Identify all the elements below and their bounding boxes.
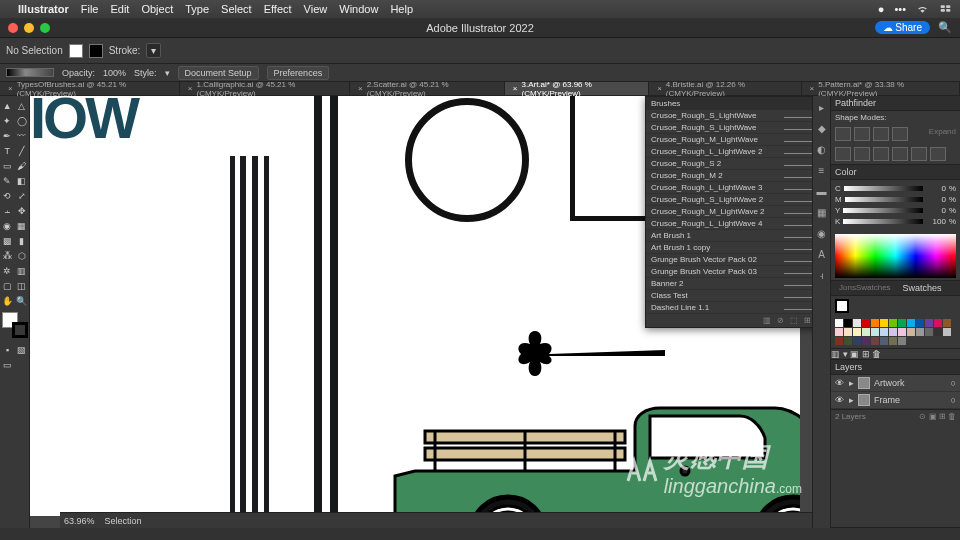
color-slider[interactable] — [843, 208, 923, 213]
document-tab[interactable]: ×2.Scatter.ai @ 45.21 % (CMYK/Preview) — [350, 82, 505, 95]
pathfinder-title[interactable]: Pathfinder — [831, 96, 960, 111]
artboard-tool[interactable]: ▢ — [0, 278, 15, 293]
locate-object-icon[interactable]: ⊙ — [919, 412, 926, 421]
zoom-field[interactable]: 63.96% — [64, 516, 95, 526]
mesh-tool[interactable]: ▩ — [0, 233, 15, 248]
color-panel-icon[interactable]: ◐ — [817, 144, 826, 155]
swatch[interactable] — [835, 337, 843, 345]
new-color-group-icon[interactable]: ▣ — [850, 349, 859, 359]
column-graph-tool[interactable]: ▥ — [15, 263, 30, 278]
trim-mode[interactable] — [854, 147, 870, 161]
target-icon[interactable]: ○ — [951, 378, 956, 388]
menubar-wifi-icon[interactable] — [916, 2, 929, 17]
brush-row[interactable]: Crusoe_Rough_S 2 — [646, 158, 812, 170]
color-slider[interactable] — [845, 197, 923, 202]
opacity-field[interactable]: 100% — [103, 68, 126, 78]
window-zoom-button[interactable] — [40, 23, 50, 33]
lasso-tool[interactable]: ◯ — [15, 113, 30, 128]
minus-back-mode[interactable] — [930, 147, 946, 161]
stroke-weight-field[interactable]: ▾ — [146, 43, 161, 58]
remove-brush-stroke-icon[interactable]: ⊘ — [777, 316, 784, 325]
swatch-menu-icon[interactable]: ▾ — [843, 349, 848, 359]
swatch[interactable] — [898, 319, 906, 327]
delete-layer-icon[interactable]: 🗑 — [948, 412, 956, 421]
hand-tool[interactable]: ✋ — [0, 293, 15, 308]
menu-object[interactable]: Object — [141, 3, 173, 15]
layers-title[interactable]: Layers — [831, 360, 960, 375]
swatch[interactable] — [862, 319, 870, 327]
color-spectrum[interactable] — [835, 234, 956, 278]
gradient-mode-icon[interactable]: ▧ — [15, 342, 30, 357]
menubar-record-icon[interactable]: ● — [878, 3, 885, 15]
menu-effect[interactable]: Effect — [264, 3, 292, 15]
swatch[interactable] — [880, 319, 888, 327]
expand-icon[interactable]: ▸ — [849, 378, 854, 388]
align-panel-icon[interactable]: ⫞ — [819, 270, 824, 281]
document-tab[interactable]: ×5.Pattern.ai* @ 33.38 % (CMYK/Preview) — [802, 82, 960, 95]
menu-file[interactable]: File — [81, 3, 99, 15]
menubar-control-center-icon[interactable] — [939, 2, 952, 17]
close-tab-icon[interactable]: × — [657, 84, 662, 93]
brush-row[interactable]: Crusoe_Rough_M_LightWave 2 — [646, 206, 812, 218]
swatch[interactable] — [871, 328, 879, 336]
exclude-mode[interactable] — [892, 127, 908, 141]
selection-tool[interactable]: ▲ — [0, 98, 15, 113]
channel-value[interactable]: 100 — [926, 217, 946, 226]
brush-row[interactable]: Art Brush 1 copy — [646, 242, 812, 254]
magic-wand-tool[interactable]: ✦ — [0, 113, 15, 128]
zoom-tool[interactable]: 🔍 — [15, 293, 30, 308]
swatch[interactable] — [844, 328, 852, 336]
window-close-button[interactable] — [8, 23, 18, 33]
free-transform-tool[interactable]: ✥ — [15, 203, 30, 218]
brush-row[interactable]: Banner 2 — [646, 278, 812, 290]
swatch[interactable] — [880, 337, 888, 345]
color-slider[interactable] — [844, 186, 923, 191]
swatch-library-icon[interactable]: ▥ — [831, 349, 840, 359]
unite-mode[interactable] — [835, 127, 851, 141]
menu-type[interactable]: Type — [185, 3, 209, 15]
stroke-panel-icon[interactable]: ≡ — [819, 165, 825, 176]
brush-row[interactable]: Crusoe_Rough_S_LightWave — [646, 122, 812, 134]
preferences-button[interactable]: Preferences — [267, 66, 330, 80]
gradient-panel-icon[interactable]: ▬ — [817, 186, 827, 197]
crop-mode[interactable] — [892, 147, 908, 161]
swatch[interactable] — [889, 337, 897, 345]
canvas[interactable]: IOW — [30, 96, 812, 528]
delete-swatch-icon[interactable]: 🗑 — [872, 349, 881, 359]
type-tool[interactable]: T — [0, 143, 15, 158]
menu-select[interactable]: Select — [221, 3, 252, 15]
style-field[interactable]: ▾ — [165, 68, 170, 78]
swatch[interactable] — [835, 328, 843, 336]
menubar-dots-icon[interactable]: ••• — [894, 3, 906, 15]
brush-libraries-icon[interactable]: ▥ — [763, 316, 771, 325]
blend-tool[interactable]: ⬡ — [15, 248, 30, 263]
swatch[interactable] — [943, 328, 951, 336]
close-tab-icon[interactable]: × — [8, 84, 13, 93]
shaper-tool[interactable]: ✎ — [0, 173, 15, 188]
fill-swatch[interactable] — [69, 44, 83, 58]
document-tab[interactable]: ×4.Bristle.ai @ 12.26 % (CMYK/Preview) — [649, 82, 801, 95]
close-tab-icon[interactable]: × — [188, 84, 193, 93]
properties-panel-icon[interactable]: ▸ — [819, 102, 824, 113]
swatch[interactable] — [925, 319, 933, 327]
swatch[interactable] — [853, 319, 861, 327]
menu-view[interactable]: View — [304, 3, 328, 15]
swatch[interactable] — [916, 319, 924, 327]
color-slider[interactable] — [843, 219, 923, 224]
color-title[interactable]: Color — [831, 165, 960, 180]
swatch[interactable] — [889, 328, 897, 336]
brush-row[interactable]: Grunge Brush Vector Pack 03 — [646, 266, 812, 278]
brush-row[interactable]: Crusoe_Rough_L_LightWave 3 — [646, 182, 812, 194]
swatch[interactable] — [835, 319, 843, 327]
brush-options-icon[interactable]: ⬚ — [790, 316, 798, 325]
layer-row[interactable]: 👁▸Artwork○ — [831, 375, 960, 392]
swatch[interactable] — [898, 328, 906, 336]
swatches-tab-jons[interactable]: JonsSwatches — [835, 283, 895, 293]
swatch[interactable] — [916, 328, 924, 336]
merge-mode[interactable] — [873, 147, 889, 161]
swatch[interactable] — [934, 328, 942, 336]
channel-value[interactable]: 0 — [926, 184, 946, 193]
swatch[interactable] — [925, 328, 933, 336]
rectangle-tool[interactable]: ▭ — [0, 158, 15, 173]
swatch[interactable] — [907, 328, 915, 336]
